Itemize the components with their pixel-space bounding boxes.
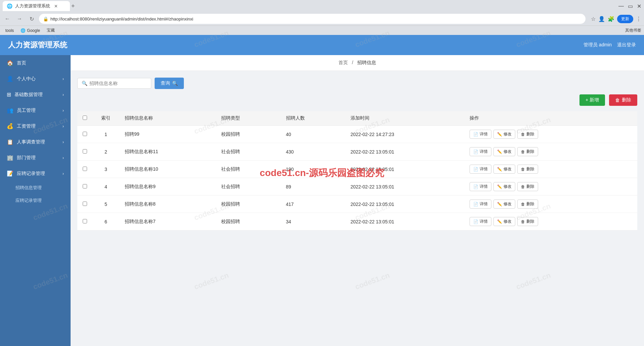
batch-delete-button[interactable]: 🗑 删除 bbox=[609, 94, 637, 106]
sidebar-sub-recruit-info[interactable]: 招聘信息管理 bbox=[0, 181, 71, 194]
tab-favicon: 🌐 bbox=[7, 3, 12, 9]
cell-time-1: 2022-02-22 13:05:01 bbox=[345, 143, 464, 161]
sidebar-item-personal[interactable]: 👤 个人中心 › bbox=[0, 71, 71, 87]
row-checkbox-2[interactable] bbox=[83, 167, 87, 171]
search-button[interactable]: 查询 🔍 bbox=[155, 78, 184, 89]
update-button[interactable]: 更新 bbox=[617, 15, 633, 23]
sidebar-item-hr[interactable]: 📋 人事调查管理 › bbox=[0, 134, 71, 150]
edit-icon-5: ✏️ bbox=[497, 219, 502, 224]
detail-button-3[interactable]: 📄详情 bbox=[470, 182, 491, 191]
back-button[interactable]: ← bbox=[3, 14, 12, 24]
sidebar-item-department[interactable]: 🏢 部门管理 › bbox=[0, 150, 71, 166]
cell-index-0: 1 bbox=[92, 126, 119, 143]
cell-name-4: 招聘信息名称8 bbox=[119, 196, 216, 213]
row-delete-button-4[interactable]: 🗑删除 bbox=[517, 200, 538, 209]
bookmarks-more[interactable]: 其他书签 bbox=[625, 28, 641, 33]
cell-name-1: 招聘信息名称11 bbox=[119, 143, 216, 161]
bookmark-google[interactable]: 🌐 Google bbox=[18, 28, 43, 34]
table-header: 索引 招聘信息名称 招聘类型 招聘人数 添加时间 操作 bbox=[77, 111, 637, 126]
content-area: 🔍 查询 🔍 + 新增 🗑 删除 bbox=[71, 71, 644, 237]
app-body: 🏠 首页 👤 个人中心 › ⊞ 基础数据管理 › 👥 员工管理 › 💰 工资管理 bbox=[0, 55, 644, 346]
profile-icon[interactable]: 👤 bbox=[598, 16, 605, 22]
row-checkbox-5[interactable] bbox=[83, 219, 87, 223]
edit-icon-1: ✏️ bbox=[497, 149, 502, 154]
detail-button-2[interactable]: 📄详情 bbox=[470, 165, 491, 174]
row-delete-icon-0: 🗑 bbox=[521, 132, 525, 137]
sidebar-item-salary[interactable]: 💰 工资管理 › bbox=[0, 118, 71, 134]
edit-button-3[interactable]: ✏️修改 bbox=[493, 182, 515, 191]
bookmark-tools[interactable]: tools bbox=[3, 28, 16, 34]
edit-button-2[interactable]: ✏️修改 bbox=[493, 165, 515, 174]
row-delete-button-2[interactable]: 🗑删除 bbox=[517, 165, 538, 174]
hr-icon: 📋 bbox=[7, 139, 13, 145]
breadcrumb-home[interactable]: 首页 bbox=[338, 60, 348, 65]
sidebar-item-basic-data[interactable]: ⊞ 基础数据管理 › bbox=[0, 87, 71, 102]
bookmark-star-icon[interactable]: ☆ bbox=[591, 16, 596, 22]
cell-type-0: 校园招聘 bbox=[216, 126, 280, 143]
add-button[interactable]: + 新增 bbox=[579, 94, 605, 106]
edit-button-5[interactable]: ✏️修改 bbox=[493, 217, 515, 226]
select-all-checkbox[interactable] bbox=[83, 116, 87, 120]
search-input[interactable] bbox=[89, 81, 147, 86]
tab-close-icon[interactable]: ✕ bbox=[54, 4, 58, 9]
detail-button-4[interactable]: 📄详情 bbox=[470, 200, 491, 209]
forward-button[interactable]: → bbox=[15, 14, 24, 24]
cell-index-3: 4 bbox=[92, 178, 119, 196]
sidebar-home-label: 首页 bbox=[17, 60, 64, 66]
edit-button-1[interactable]: ✏️修改 bbox=[493, 147, 515, 156]
col-count: 招聘人数 bbox=[281, 111, 345, 126]
row-delete-button-1[interactable]: 🗑删除 bbox=[517, 147, 538, 156]
cell-time-3: 2022-02-22 13:05:01 bbox=[345, 178, 464, 196]
edit-icon-2: ✏️ bbox=[497, 167, 502, 172]
salary-arrow-icon: › bbox=[63, 124, 64, 129]
refresh-button[interactable]: ↻ bbox=[27, 14, 36, 24]
menu-icon[interactable]: ⋮ bbox=[636, 16, 641, 22]
minimize-button[interactable]: — bbox=[618, 3, 624, 9]
row-checkbox-4[interactable] bbox=[83, 202, 87, 206]
table-row: 2 招聘信息名称11 社会招聘 430 2022-02-22 13:05:01 … bbox=[77, 143, 637, 161]
sidebar-recruit-info-label: 招聘信息管理 bbox=[15, 185, 42, 190]
row-delete-button-0[interactable]: 🗑删除 bbox=[517, 130, 538, 139]
cell-time-0: 2022-02-22 14:27:23 bbox=[345, 126, 464, 143]
home-icon: 🏠 bbox=[7, 60, 13, 66]
row-delete-button-5[interactable]: 🗑删除 bbox=[517, 217, 538, 226]
row-checkbox-1[interactable] bbox=[83, 149, 87, 154]
google-icon: 🌐 bbox=[21, 28, 26, 33]
sidebar-sub-apply-record[interactable]: 应聘记录管理 bbox=[0, 194, 71, 207]
salary-icon: 💰 bbox=[7, 123, 13, 129]
browser-titlebar: 🌐 人力资源管理系统 ✕ + — ▭ ✕ bbox=[0, 0, 644, 12]
cell-ops-5: 📄详情 ✏️修改 🗑删除 bbox=[464, 213, 637, 230]
bookmark-baocang[interactable]: 宝藏 bbox=[44, 27, 57, 34]
tab-title: 人力资源管理系统 bbox=[15, 3, 50, 9]
edit-button-4[interactable]: ✏️修改 bbox=[493, 200, 515, 209]
logout-link[interactable]: 退出登录 bbox=[617, 42, 636, 48]
col-index: 索引 bbox=[92, 111, 119, 126]
row-delete-icon-2: 🗑 bbox=[521, 167, 525, 172]
sidebar-hr-label: 人事调查管理 bbox=[17, 139, 59, 145]
maximize-button[interactable]: ▭ bbox=[628, 3, 633, 9]
app-wrapper: 人力资源管理系统 管理员 admin 退出登录 🏠 首页 👤 个人中心 › ⊞ … bbox=[0, 35, 644, 346]
address-bar[interactable]: 🔒 http://localhost:8080/renliziyuanguanl… bbox=[39, 14, 586, 24]
sidebar-item-home[interactable]: 🏠 首页 bbox=[0, 55, 71, 71]
cell-name-5: 招聘信息名称7 bbox=[119, 213, 216, 230]
row-checkbox-0[interactable] bbox=[83, 132, 87, 136]
detail-button-0[interactable]: 📄详情 bbox=[470, 130, 491, 139]
row-checkbox-3[interactable] bbox=[83, 184, 87, 188]
detail-button-5[interactable]: 📄详情 bbox=[470, 217, 491, 226]
data-table: 索引 招聘信息名称 招聘类型 招聘人数 添加时间 操作 1 招聘99 校园招聘 … bbox=[77, 111, 637, 230]
detail-icon-5: 📄 bbox=[473, 219, 478, 224]
cell-time-4: 2022-02-22 13:05:01 bbox=[345, 196, 464, 213]
close-button[interactable]: ✕ bbox=[637, 3, 641, 9]
search-bar: 🔍 查询 🔍 bbox=[77, 78, 637, 89]
sidebar-item-employee[interactable]: 👥 员工管理 › bbox=[0, 102, 71, 118]
new-tab-button[interactable]: + bbox=[71, 3, 75, 10]
detail-button-1[interactable]: 📄详情 bbox=[470, 147, 491, 156]
cell-type-3: 社会招聘 bbox=[216, 178, 280, 196]
row-delete-button-3[interactable]: 🗑删除 bbox=[517, 182, 538, 191]
cell-index-1: 2 bbox=[92, 143, 119, 161]
table-body: 1 招聘99 校园招聘 40 2022-02-22 14:27:23 📄详情 ✏… bbox=[77, 126, 637, 230]
extension-icon[interactable]: 🧩 bbox=[608, 16, 614, 22]
edit-button-0[interactable]: ✏️修改 bbox=[493, 130, 515, 139]
sidebar-item-apply-record[interactable]: 📝 应聘记录管理 › bbox=[0, 166, 71, 181]
browser-tab[interactable]: 🌐 人力资源管理系统 ✕ bbox=[3, 1, 70, 11]
